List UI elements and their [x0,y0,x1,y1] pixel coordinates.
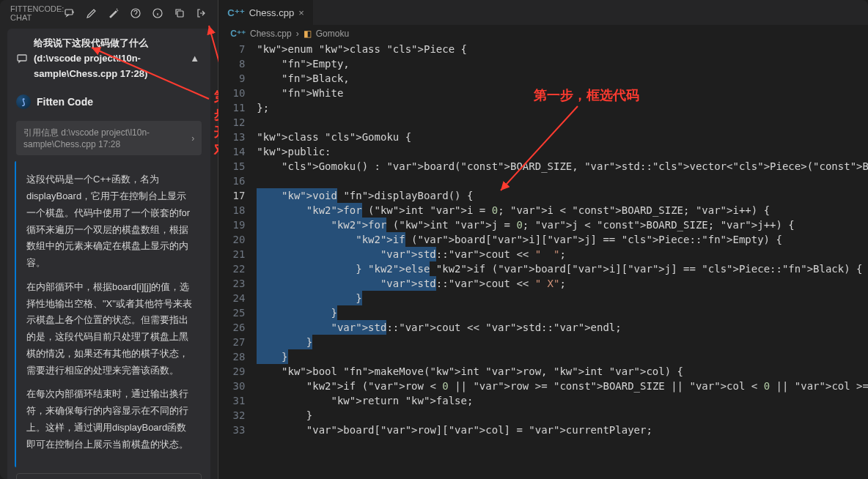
breadcrumb[interactable]: C⁺⁺ Chess.cpp › ◧ Gomoku [218,26,868,42]
code-line[interactable]: "kw">return "kw">false; [254,393,868,408]
line-number: 15 [218,159,245,174]
code-line[interactable] [254,174,868,188]
code-line[interactable]: "kw">enum "kw">class "cls">Piece { [254,42,868,56]
collapse-icon[interactable]: ▲ [190,53,202,64]
svg-rect-3 [177,11,183,17]
code-line[interactable]: "kw">public: [254,144,868,159]
code-line[interactable]: "var">board["var">row]["var">col] = "var… [254,423,868,437]
chat-response: 这段代码是一个C++函数，名为displayBoard，它用于在控制台上显示一个… [15,161,203,467]
code-line[interactable] [254,115,868,130]
line-number: 8 [218,56,245,71]
line-number: 24 [218,291,245,305]
code-line[interactable]: "kw">bool "fn">makeMove("kw">int "var">r… [254,364,868,379]
reference-box[interactable]: 引用信息 d:\vscode project\l10n-sample\Chess… [16,121,202,155]
line-number: 21 [218,247,245,261]
line-number: 19 [218,218,245,232]
line-number: 9 [218,71,245,86]
code-line[interactable]: } [254,335,868,349]
chevron-right-icon: › [296,29,299,39]
editor-tabs: C⁺⁺ Chess.cpp × [218,0,868,26]
chevron-right-icon: › [191,133,194,144]
breadcrumb-file: Chess.cpp [250,29,292,39]
info-icon[interactable] [152,7,163,19]
cpp-file-icon: C⁺⁺ [230,29,246,39]
breadcrumb-symbol: Gomoku [316,29,349,39]
line-number: 17 [218,188,245,203]
line-number: 27 [218,335,245,349]
line-number: 18 [218,203,245,218]
code-line[interactable]: "kw">class "cls">Gomoku { [254,130,868,144]
tab-label: Chess.cpp [249,7,294,18]
line-number: 26 [218,320,245,335]
svg-rect-4 [18,55,26,61]
line-number: 12 [218,115,245,130]
code-line[interactable]: }; [254,100,868,115]
code-line[interactable]: } [254,291,868,305]
chat-title: 给我说下这段代码做了什么 (d:\vscode project\l10n-sam… [34,36,184,81]
line-number: 25 [218,305,245,320]
line-number: 33 [218,423,245,437]
code-line[interactable]: "kw2">for ("kw">int "var">i = 0; "var">i… [254,203,868,218]
tab-chess-cpp[interactable]: C⁺⁺ Chess.cpp × [218,0,312,25]
line-number: 30 [218,379,245,393]
reference-text: 引用信息 d:\vscode project\l10n-sample\Chess… [23,127,187,149]
code-line[interactable]: "fn">White [254,86,868,100]
code-line[interactable]: "fn">Empty, [254,56,868,71]
chat-para-3: 在每次内部循环结束时，通过输出换行符，来确保每行的内容显示在不同的行上。这样，通… [26,386,193,453]
panel-title: FITTENCODE: CHAT [10,4,64,22]
line-number: 22 [218,261,245,276]
line-number: 16 [218,174,245,188]
class-icon: ◧ [304,29,312,39]
new-chat-icon[interactable] [64,7,76,19]
brand-name: Fitten Code [37,96,93,108]
line-number: 23 [218,276,245,291]
code-editor[interactable]: 7891011121314151617181920212223242526272… [218,42,868,479]
help-icon[interactable] [130,7,141,19]
chat-para-1: 这段代码是一个C++函数，名为displayBoard，它用于在控制台上显示一个… [26,171,193,272]
line-number: 31 [218,393,245,408]
line-number: 14 [218,144,245,159]
code-line[interactable]: "cls">Gomoku() : "var">board("const">BOA… [254,159,868,174]
line-number: 28 [218,349,245,364]
line-number: 32 [218,408,245,423]
line-number: 10 [218,86,245,100]
code-line[interactable]: "kw2">if ("var">row < 0 || "var">row >= … [254,379,868,393]
reply-input[interactable]: 进行回复... [16,473,202,479]
code-line[interactable]: } "kw2">else "kw2">if ("var">board["var"… [254,261,868,276]
code-line[interactable]: } [254,305,868,320]
edit-icon[interactable] [86,7,98,19]
exit-icon[interactable] [196,7,207,19]
line-number: 29 [218,364,245,379]
close-icon[interactable]: × [298,7,304,18]
code-line[interactable]: "kw2">if ("var">board["var">i]["var">j] … [254,232,868,247]
code-line[interactable]: "var">std::"var">cout << " X"; [254,276,868,291]
code-line[interactable]: "var">std::"var">cout << "var">std::"var… [254,320,868,335]
code-line[interactable]: "var">std::"var">cout << " "; [254,247,868,261]
code-line[interactable]: } [254,408,868,423]
chat-icon [16,53,28,64]
line-number: 13 [218,130,245,144]
code-line[interactable]: "fn">Black, [254,71,868,86]
line-number: 7 [218,42,245,56]
code-line[interactable]: "kw">void "fn">displayBoard() { [254,188,868,203]
code-line[interactable]: "kw2">for ("kw">int "var">j = 0; "var">j… [254,218,868,232]
svg-rect-0 [65,10,73,15]
line-number: 11 [218,100,245,115]
copy-icon[interactable] [174,7,185,19]
magic-icon[interactable] [108,7,119,19]
code-line[interactable]: } [254,349,868,364]
fitten-logo: ⟆ [16,94,31,109]
cpp-file-icon: C⁺⁺ [227,7,244,18]
line-number: 20 [218,232,245,247]
chat-para-2: 在内部循环中，根据board[i][j]的值，选择性地输出空格、"X"或者其他符… [26,279,193,379]
